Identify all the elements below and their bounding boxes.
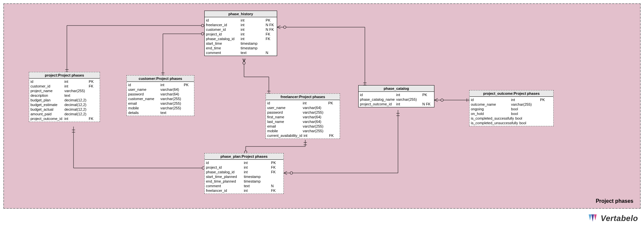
- column-row: mobilevarchar(255): [267, 129, 338, 133]
- entity-title: phase_history: [205, 11, 277, 17]
- column-row: idintPK: [30, 79, 98, 84]
- column-row: start_time_plannedtimestamp: [206, 174, 282, 179]
- entity-title: customer:Project phases: [127, 76, 194, 82]
- column-row: passwordvarchar(64): [128, 92, 193, 96]
- column-row: emailvarchar(255): [267, 124, 338, 129]
- entity-project[interactable]: project:Project phases idintPKcustomer_i…: [29, 72, 100, 122]
- column-row: idintPK: [360, 92, 433, 97]
- column-row: detailstext: [128, 110, 193, 115]
- entity-title: project_outcome:Project phases: [470, 90, 553, 97]
- entity-customer[interactable]: customer:Project phases idintPKuser_name…: [126, 75, 194, 116]
- column-row: project_outcome_idintFK: [30, 116, 98, 121]
- column-row: budget_estimatedecimal(12,2): [30, 102, 98, 107]
- column-row: customer_idintN FK: [206, 27, 275, 32]
- entity-title: phase_plan:Project phases: [205, 153, 283, 160]
- column-row: freelancer_idintN FK: [206, 23, 275, 27]
- entity-body: idintPKphase_catalog_namevarchar(255)pro…: [359, 92, 434, 107]
- column-row: phase_catalog_idintFK: [206, 36, 275, 41]
- region-label: Project phases: [596, 198, 633, 204]
- column-row: first_namevarchar(64): [267, 115, 338, 119]
- entity-body: idintPKcustomer_idintFKproject_namevarch…: [29, 79, 100, 122]
- svg-marker-17: [594, 214, 597, 220]
- column-row: budget_actualdecimal(12,2): [30, 107, 98, 112]
- column-row: freelancer_idintFK: [206, 188, 282, 193]
- entity-title: phase_catalog: [359, 85, 434, 92]
- column-row: customer_namevarchar(255): [128, 96, 193, 101]
- entity-body: idintPKoutcome_namevarchar(255)ongoingbo…: [470, 97, 553, 126]
- column-row: project_idintFK: [206, 165, 282, 170]
- column-row: current_availability_idintFK: [267, 133, 338, 138]
- column-row: last_namevarchar(64): [267, 119, 338, 124]
- logo-text: Vertabelo: [601, 214, 638, 223]
- column-row: project_outcome_idintN FK: [360, 102, 433, 106]
- entity-freelancer[interactable]: freelancer:Project phases idintPKuser_na…: [266, 93, 340, 139]
- column-row: idintPK: [128, 83, 193, 87]
- column-row: idintPK: [267, 101, 338, 105]
- column-row: project_idintFK: [206, 32, 275, 36]
- entity-phase-plan[interactable]: phase_plan:Project phases idintPKproject…: [204, 153, 284, 194]
- column-row: start_timetimestamp: [206, 41, 275, 46]
- column-row: is_completed_successfullybool: [471, 116, 552, 121]
- entity-phase-history[interactable]: phase_history idintPKfreelancer_idintN F…: [204, 11, 277, 56]
- region-project-phases: phase_history idintPKfreelancer_idintN F…: [3, 3, 641, 209]
- column-row: budget_plandecimal(12,2): [30, 98, 98, 102]
- column-row: idintPK: [206, 160, 282, 165]
- column-row: mobilevarchar(255): [128, 106, 193, 110]
- column-row: phase_catalog_namevarchar(255): [360, 97, 433, 102]
- column-row: emailvarchar(255): [128, 101, 193, 106]
- entity-project-outcome[interactable]: project_outcome:Project phases idintPKou…: [469, 90, 554, 126]
- column-row: outcome_namevarchar(255): [471, 102, 552, 107]
- entity-body: idintPKuser_namevarchar(64)passwordvarch…: [127, 82, 194, 116]
- column-row: on_holdbool: [471, 111, 552, 116]
- entity-title: freelancer:Project phases: [266, 94, 340, 100]
- svg-marker-16: [591, 214, 594, 222]
- entity-body: idintPKuser_namevarchar(64)passwordvarch…: [266, 100, 340, 139]
- svg-marker-15: [589, 214, 591, 220]
- column-row: commenttextN: [206, 184, 282, 188]
- column-row: user_namevarchar(64): [267, 105, 338, 110]
- column-row: descriptiontext: [30, 93, 98, 98]
- entity-phase-catalog[interactable]: phase_catalog idintPKphase_catalog_namev…: [358, 85, 434, 107]
- column-row: user_namevarchar(64): [128, 87, 193, 92]
- column-row: passwordvarchar(255): [267, 110, 338, 115]
- column-row: customer_idintFK: [30, 84, 98, 88]
- vertabelo-icon: [587, 214, 598, 223]
- column-row: phase_catalog_idintFK: [206, 170, 282, 174]
- entity-body: idintPKproject_idintFKphase_catalog_idin…: [205, 160, 283, 194]
- column-row: project_namevarchar(255): [30, 88, 98, 93]
- erd-canvas: phase_history idintPKfreelancer_idintN F…: [0, 0, 644, 225]
- column-row: commenttextN: [206, 50, 275, 55]
- column-row: amount_paiddecimal(12,2): [30, 112, 98, 116]
- column-row: is_completed_unsuccessfullybool: [471, 121, 552, 125]
- column-row: ongoingbool: [471, 107, 552, 111]
- entity-title: project:Project phases: [29, 72, 100, 79]
- column-row: idintPK: [206, 18, 275, 23]
- vertabelo-logo: Vertabelo: [587, 214, 638, 223]
- column-row: end_timetimestamp: [206, 46, 275, 50]
- column-row: end_time_plannedtimestamp: [206, 179, 282, 184]
- entity-body: idintPKfreelancer_idintN FKcustomer_idin…: [205, 17, 277, 56]
- column-row: idintPK: [471, 97, 552, 102]
